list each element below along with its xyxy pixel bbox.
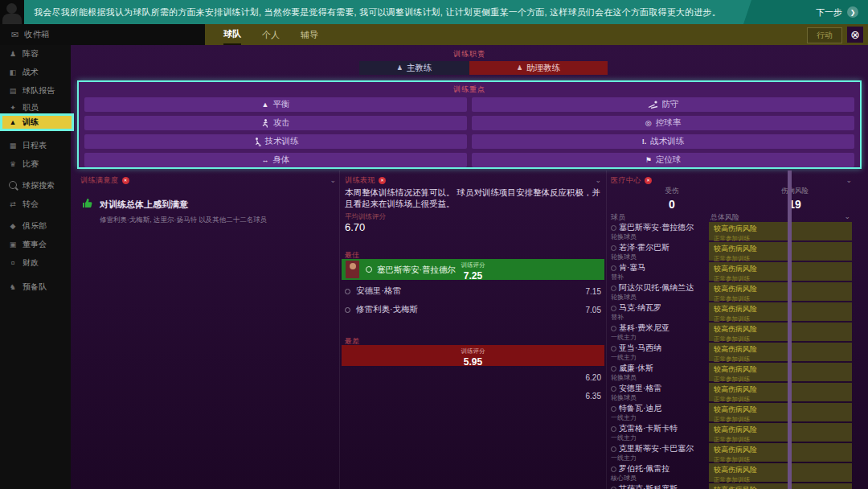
sidebar-item-label: 转会 — [23, 199, 39, 210]
best-row[interactable]: 修雷利奥·戈梅斯 7.05 — [345, 304, 601, 315]
sidebar-item-reserves[interactable]: ♞预备队 — [0, 280, 71, 294]
medical-row[interactable]: 威廉·休斯轮换球员较高伤病风险正常参加训练 — [608, 363, 855, 382]
sidebar-item-schedule[interactable]: ▦日程表 — [0, 138, 71, 153]
risk-text: 较高伤病风险 — [714, 465, 852, 475]
risk-badge[interactable]: 较高伤病风险正常参加训练 — [709, 302, 852, 321]
tab-team-label: 球队 — [223, 28, 241, 40]
risk-badge[interactable]: 较高伤病风险正常参加训练 — [709, 443, 852, 462]
focus-button-label: 定位球 — [656, 154, 682, 166]
worst-row[interactable]: 6.35 — [345, 392, 601, 401]
action-button[interactable]: 行动 — [807, 27, 842, 43]
sidebar-item-label: 俱乐部 — [23, 220, 47, 232]
medical-row[interactable]: 克里斯蒂安·卡巴塞尔一线主力较高伤病风险正常参加训练 — [608, 443, 855, 462]
sidebar-item-transfers[interactable]: ⇄转会 — [0, 197, 71, 212]
tab-assistant-coach-active[interactable]: ♟ 助理教练 — [469, 61, 608, 75]
tab-mentoring[interactable]: 辅导 — [301, 24, 318, 45]
inbox-header[interactable]: ✉ 收件箱 — [0, 24, 205, 45]
sidebar-item-club[interactable]: ◆俱乐部 — [0, 219, 71, 233]
risk-badge[interactable]: 较高伤病风险正常参加训练 — [709, 343, 852, 361]
close-button[interactable]: ⊗ — [847, 27, 863, 43]
player-name: 威廉·休斯 — [619, 363, 653, 374]
status-dot-icon — [611, 286, 616, 291]
best-row[interactable]: 安德里·格雷 7.15 — [345, 286, 601, 297]
tab-assistant-coach-label: 助理教练 — [526, 63, 560, 74]
sidebar-item-training-selected[interactable]: ▲训练 — [0, 113, 74, 131]
sidebar-item-label: 财政 — [23, 257, 39, 269]
chevron-down-icon[interactable]: ⌄ — [845, 176, 852, 184]
focus-possession-button[interactable]: ◎ 控球率 — [472, 116, 854, 130]
focus-tactical-button[interactable]: !. 战术训练 — [472, 134, 854, 149]
risk-badge[interactable]: 较高伤病风险正常参加训练 — [709, 222, 852, 240]
chevron-down-icon[interactable]: ⌄ — [330, 176, 336, 184]
risk-badge[interactable]: 较高伤病风险正常参加训练 — [709, 403, 852, 421]
medical-row[interactable]: 若泽·霍尔巴斯轮换球员较高伤病风险正常参加训练 — [608, 242, 855, 261]
sidebar-item-board[interactable]: ▣董事会 — [0, 237, 71, 252]
medical-row[interactable]: 基科·费米尼亚一线主力较高伤病风险正常参加训练 — [608, 323, 855, 342]
avg-rating-value: 6.70 — [345, 221, 365, 233]
risk-badge[interactable]: 较高伤病风险正常参加训练 — [709, 483, 852, 489]
scrollbar-thumb[interactable] — [788, 171, 792, 489]
medical-row[interactable]: 亚当·马西纳一线主力较高伤病风险正常参加训练 — [608, 343, 855, 362]
worst-player-card[interactable]: 训练评分 5.95 — [342, 345, 604, 366]
medical-row[interactable]: 艾萨克·斯科塞斯边缘球员较高伤病风险正常参加训练 — [608, 483, 855, 489]
focus-physical-button[interactable]: ↔ 身体 — [84, 153, 467, 167]
focus-attacking-button[interactable]: 攻击 — [84, 116, 467, 130]
best-player-card[interactable]: 塞巴斯蒂安·普拉德尔 训练评分 7.25 — [342, 259, 604, 280]
duty-tabs: ♟ 主教练 ♟ 助理教练 — [359, 61, 608, 75]
sidebar-item-matches[interactable]: ♛比赛 — [0, 157, 71, 171]
risk-badge[interactable]: 较高伤病风险正常参加训练 — [709, 363, 852, 381]
medical-row[interactable]: 克雷格·卡斯卡特一线主力较高伤病风险正常参加训练 — [608, 423, 855, 442]
remove-panel-icon[interactable]: ✕ — [122, 177, 129, 184]
risk-badge[interactable]: 较高伤病风险正常参加训练 — [709, 262, 852, 281]
player-name: 阿达尔贝托·佩纳兰达 — [619, 282, 694, 294]
status-dot-icon — [611, 466, 616, 472]
risk-badge[interactable]: 较高伤病风险正常参加训练 — [709, 463, 852, 482]
tab-head-coach[interactable]: ♟ 主教练 — [359, 61, 469, 75]
tab-team[interactable]: 球队 — [223, 24, 241, 45]
risk-badge[interactable]: 较高伤病风险正常参加训练 — [709, 383, 852, 401]
status-dot-icon — [611, 366, 616, 372]
risk-text: 较高伤病风险 — [714, 344, 852, 355]
medical-row[interactable]: 特鲁瓦·迪尼一线主力较高伤病风险正常参加训练 — [608, 403, 855, 422]
risk-badge[interactable]: 较高伤病风险正常参加训练 — [709, 242, 852, 261]
medical-player-list: 塞巴斯蒂安·普拉德尔轮换球员较高伤病风险正常参加训练 若泽·霍尔巴斯轮换球员较高… — [608, 222, 855, 489]
chevron-down-icon[interactable]: ⌄ — [595, 176, 601, 184]
focus-defending-button[interactable]: 防守 — [472, 97, 854, 112]
happiness-detail: 修雷利奥·戈梅斯, 达里尔·扬马特 以及其他二十二名球员 — [100, 216, 267, 224]
focus-balanced-button[interactable]: ▲ 平衡 — [84, 97, 467, 112]
stat-label: 伤病风险 — [747, 187, 843, 196]
medical-row[interactable]: 安德里·格雷轮换球员较高伤病风险正常参加训练 — [608, 383, 855, 402]
focus-set-pieces-button[interactable]: ⚑ 定位球 — [472, 153, 854, 167]
rating-value: 7.05 — [586, 306, 601, 314]
risk-badge[interactable]: 较高伤病风险正常参加训练 — [709, 282, 852, 301]
sidebar-item-team-report[interactable]: ▤球队报告 — [0, 84, 71, 98]
medical-row[interactable]: 罗伯托·佩雷拉核心球员较高伤病风险正常参加训练 — [608, 463, 855, 483]
squad-icon: ♟ — [8, 50, 18, 58]
focus-button-label: 控球率 — [656, 117, 682, 129]
status-dot-icon — [611, 446, 616, 452]
worst-row[interactable]: 6.20 — [345, 373, 601, 382]
sidebar-item-finances[interactable]: ¤财政 — [0, 256, 71, 270]
remove-panel-icon[interactable]: ✕ — [379, 177, 386, 184]
medical-row[interactable]: 马克·纳瓦罗替补较高伤病风险正常参加训练 — [608, 302, 855, 322]
focus-button-label: 攻击 — [273, 117, 290, 129]
next-step-button[interactable]: 下一步 ❯ — [816, 0, 858, 24]
sidebar-item-tactics[interactable]: ◧战术 — [0, 65, 71, 80]
medical-row[interactable]: 肯·塞马替补较高伤病风险正常参加训练 — [608, 262, 855, 281]
status-dot-icon — [611, 386, 616, 392]
medical-row[interactable]: 阿达尔贝托·佩纳兰达轮换球员较高伤病风险正常参加训练 — [608, 282, 855, 302]
report-icon: ▤ — [8, 87, 18, 95]
calendar-icon: ▦ — [8, 142, 18, 150]
scrollbar-track[interactable] — [788, 171, 792, 489]
tab-individual[interactable]: 个人 — [262, 24, 280, 45]
sidebar-item-squad[interactable]: ♟阵容 — [0, 47, 71, 61]
focus-technical-button[interactable]: 技术训练 — [84, 134, 467, 149]
remove-panel-icon[interactable]: ✕ — [645, 177, 652, 184]
sidebar-item-scouting[interactable]: 球探搜索 — [0, 179, 71, 193]
risk-badge[interactable]: 较高伤病风险正常参加训练 — [709, 423, 852, 442]
risk-badge[interactable]: 较高伤病风险正常参加训练 — [709, 323, 852, 341]
corner-flag-icon: ⚑ — [645, 156, 652, 164]
training-happiness-panel: 训练满意度 ✕ ⌄ 对训练总体上感到满意 修雷利奥·戈梅斯, 达里尔·扬马特 以… — [77, 171, 339, 489]
avatar-body — [2, 14, 22, 24]
medical-row[interactable]: 塞巴斯蒂安·普拉德尔轮换球员较高伤病风险正常参加训练 — [608, 222, 855, 241]
